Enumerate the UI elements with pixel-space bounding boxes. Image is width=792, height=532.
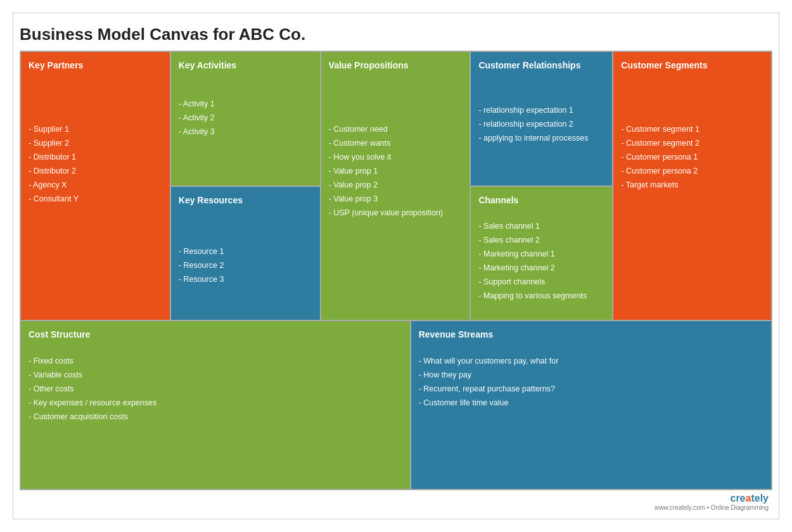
list-item: - Value prop 2 — [329, 179, 463, 191]
list-item: - Customer acquisition costs — [29, 410, 402, 423]
list-item: - Customer segment 1 — [621, 123, 763, 136]
list-item: - relationship expectation 2 — [478, 118, 604, 130]
list-item: - Resource 2 — [179, 259, 312, 272]
list-item: - Support channels — [478, 276, 604, 288]
revenue-streams-content: - What will your customers pay, what for… — [419, 355, 763, 409]
value-propositions-content: - Customer need - Customer wants - How y… — [329, 123, 463, 219]
footer-brand: creately www.creately.com • Online Diagr… — [655, 493, 769, 511]
list-item: - Mapping to various segments — [478, 289, 604, 302]
footer-tagline: www.creately.com • Online Diagramming — [655, 504, 769, 511]
key-partners-cell: Key Partners - Supplier 1 - Supplier 2 -… — [21, 52, 171, 320]
value-propositions-cell: Value Propositions - Customer need - Cus… — [321, 52, 471, 320]
footer: creately www.creately.com • Online Diagr… — [20, 490, 772, 512]
channels-title: Channels — [478, 193, 604, 207]
list-item: - applying to internal processes — [478, 132, 604, 144]
footer-logo: creately — [730, 493, 769, 504]
list-item: - Resource 3 — [179, 273, 312, 286]
revenue-streams-title: Revenue Streams — [419, 327, 763, 341]
list-item: - Value prop 3 — [329, 193, 463, 205]
top-section: Key Partners - Supplier 1 - Supplier 2 -… — [21, 52, 771, 321]
list-item: - How they pay — [419, 369, 763, 381]
list-item: - Sales channel 2 — [478, 234, 604, 246]
key-activities-content: - Activity 1 - Activity 2 - Activity 3 — [179, 98, 312, 138]
canvas-area: Key Partners - Supplier 1 - Supplier 2 -… — [20, 51, 772, 490]
list-item: - Customer persona 2 — [621, 165, 763, 177]
list-item: - Customer wants — [329, 137, 463, 149]
customer-segments-content: - Customer segment 1 - Customer segment … — [621, 123, 763, 191]
key-activities-title: Key Activities — [179, 58, 312, 72]
list-item: - Recurrent, repeat purchase patterns? — [419, 383, 763, 395]
page-wrapper: Business Model Canvas for ABC Co. Key Pa… — [13, 13, 779, 519]
key-activities-cell: Key Activities - Activity 1 - Activity 2… — [171, 52, 320, 187]
cost-structure-content: - Fixed costs - Variable costs - Other c… — [29, 355, 402, 423]
list-item: - Fixed costs — [29, 355, 402, 367]
customer-segments-cell: Customer Segments - Customer segment 1 -… — [613, 52, 771, 320]
list-item: - Customer need — [329, 123, 463, 136]
key-resources-title: Key Resources — [179, 193, 312, 207]
list-item: - Supplier 2 — [29, 137, 162, 149]
cust-rel-channels-col: Customer Relationships - relationship ex… — [471, 52, 613, 320]
key-resources-cell: Key Resources - Resource 1 - Resource 2 … — [171, 187, 320, 320]
list-item: - Marketing channel 2 — [478, 262, 604, 274]
page-title: Business Model Canvas for ABC Co. — [20, 20, 772, 51]
cost-structure-cell: Cost Structure - Fixed costs - Variable … — [21, 321, 411, 489]
list-item: - Customer persona 1 — [621, 151, 763, 163]
list-item: - What will your customers pay, what for — [419, 355, 763, 367]
list-item: - Customer segment 2 — [621, 137, 763, 149]
list-item: - Activity 1 — [179, 98, 312, 110]
list-item: - relationship expectation 1 — [478, 104, 604, 117]
customer-relationships-content: - relationship expectation 1 - relations… — [478, 104, 604, 144]
list-item: - Key expenses / resource expenses — [29, 396, 402, 409]
revenue-streams-cell: Revenue Streams - What will your custome… — [411, 321, 771, 489]
list-item: - Activity 3 — [179, 125, 312, 138]
customer-relationships-cell: Customer Relationships - relationship ex… — [471, 52, 612, 187]
bottom-section: Cost Structure - Fixed costs - Variable … — [21, 321, 771, 489]
key-partners-title: Key Partners — [29, 58, 162, 72]
list-item: - Other costs — [29, 383, 402, 395]
list-item: - Consultant Y — [29, 193, 162, 205]
channels-cell: Channels - Sales channel 1 - Sales chann… — [471, 187, 612, 320]
key-partners-content: - Supplier 1 - Supplier 2 - Distributor … — [29, 123, 162, 205]
list-item: - Value prop 1 — [329, 165, 463, 177]
value-propositions-title: Value Propositions — [329, 58, 463, 72]
list-item: - Sales channel 1 — [478, 220, 604, 232]
list-item: - Target markets — [621, 179, 763, 191]
list-item: - Distributor 2 — [29, 165, 162, 177]
list-item: - Activity 2 — [179, 111, 312, 124]
list-item: - Supplier 1 — [29, 123, 162, 136]
customer-relationships-title: Customer Relationships — [478, 58, 604, 72]
list-item: - Customer life time value — [419, 396, 763, 409]
customer-segments-title: Customer Segments — [621, 58, 763, 72]
list-item: - Agency X — [29, 179, 162, 191]
channels-content: - Sales channel 1 - Sales channel 2 - Ma… — [478, 220, 604, 302]
list-item: - Distributor 1 — [29, 151, 162, 163]
list-item: - Variable costs — [29, 369, 402, 381]
cost-structure-title: Cost Structure — [29, 327, 402, 341]
list-item: - How you solve it — [329, 151, 463, 163]
activities-resources-col: Key Activities - Activity 1 - Activity 2… — [171, 52, 321, 320]
key-resources-content: - Resource 1 - Resource 2 - Resource 3 — [179, 245, 312, 286]
list-item: - Resource 1 — [179, 245, 312, 258]
list-item: - USP (unique value proposition) — [329, 206, 463, 219]
list-item: - Marketing channel 1 — [478, 248, 604, 260]
